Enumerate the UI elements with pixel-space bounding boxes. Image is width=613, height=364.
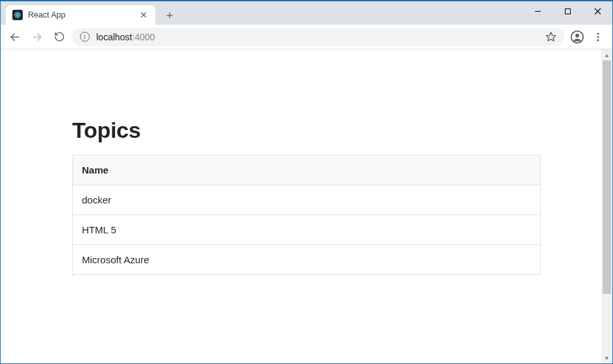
svg-rect-5: [565, 8, 570, 14]
page-title: Topics: [72, 118, 541, 143]
new-tab-button[interactable]: +: [161, 6, 179, 25]
svg-point-14: [597, 36, 599, 38]
vertical-scrollbar[interactable]: ▲ ▼: [601, 49, 612, 363]
page-viewport: Topics Name docker HTML 5 Microsoft Azur…: [1, 49, 612, 363]
scroll-thumb[interactable]: [603, 60, 611, 294]
svg-point-12: [575, 33, 579, 37]
topic-name: docker: [73, 185, 541, 215]
scroll-up-icon[interactable]: ▲: [601, 49, 612, 60]
topics-table: Name docker HTML 5 Microsoft Azure: [72, 155, 541, 275]
table-row: HTML 5: [73, 215, 541, 245]
table-row: docker: [73, 185, 541, 215]
url-text: localhost:4000: [96, 32, 155, 42]
topic-name: HTML 5: [73, 215, 541, 245]
react-favicon: [12, 10, 23, 20]
page-content: Topics Name docker HTML 5 Microsoft Azur…: [1, 49, 612, 275]
svg-point-15: [597, 39, 599, 41]
scroll-down-icon[interactable]: ▼: [601, 352, 612, 363]
toolbar: i localhost:4000: [1, 25, 612, 49]
address-bar[interactable]: i localhost:4000: [72, 28, 564, 46]
minimize-button[interactable]: [523, 1, 553, 21]
reload-button[interactable]: [50, 28, 68, 46]
menu-icon[interactable]: [589, 28, 607, 46]
tab-strip: React App ✕ +: [1, 1, 612, 25]
topic-name: Microsoft Azure: [73, 245, 541, 275]
svg-point-0: [17, 14, 18, 16]
scroll-track[interactable]: [601, 60, 612, 352]
close-window-button[interactable]: [582, 1, 612, 21]
forward-button[interactable]: [28, 28, 46, 46]
browser-tab[interactable]: React App ✕: [6, 5, 155, 25]
window-controls: [523, 1, 612, 21]
svg-point-13: [597, 32, 599, 34]
table-row: Microsoft Azure: [73, 245, 541, 275]
browser-chrome: React App ✕ + i localhost:4000: [1, 1, 612, 49]
site-info-icon[interactable]: i: [80, 32, 90, 42]
bookmark-icon[interactable]: [545, 31, 556, 42]
svg-marker-10: [546, 32, 555, 40]
back-button[interactable]: [6, 28, 24, 46]
maximize-button[interactable]: [553, 1, 582, 21]
tab-title: React App: [28, 10, 133, 20]
profile-icon[interactable]: [568, 28, 586, 46]
close-tab-icon[interactable]: ✕: [138, 10, 149, 20]
column-header-name: Name: [73, 155, 541, 185]
